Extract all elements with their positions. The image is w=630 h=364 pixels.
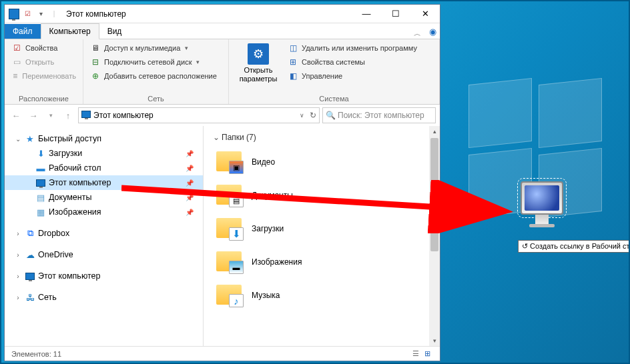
folder-icon: ▣ (216, 150, 245, 174)
group-label-network: Сеть (89, 93, 223, 103)
btn-addloc-label: Добавить сетевое расположение (104, 72, 217, 80)
cloud-icon: ☁ (25, 249, 35, 260)
qat-icon-thispc[interactable] (9, 9, 19, 19)
nav-up-button[interactable]: ↑ (61, 108, 75, 123)
folder-pictures[interactable]: ▬Изображения (213, 247, 430, 277)
btn-manage[interactable]: ◧Управление (286, 70, 418, 82)
view-large-icon[interactable]: ⊞ (422, 349, 433, 358)
scroll-down-icon[interactable]: ▾ (429, 335, 440, 346)
ribbon: ☑Свойства ▭Открыть ≡Переименовать Распол… (5, 39, 440, 105)
pin-icon: 📌 (186, 150, 198, 157)
manage-icon: ◧ (288, 71, 298, 81)
address-dropdown-icon[interactable]: ∨ (300, 112, 304, 119)
ribbon-collapse-icon[interactable]: ︿ (410, 29, 425, 39)
content-header-label: Папки (7) (222, 133, 256, 142)
sidebar-item-downloads[interactable]: ⬇Загрузки📌 (5, 146, 203, 161)
btn-add-location[interactable]: ⊕Добавить сетевое расположение (89, 70, 223, 82)
maximize-button[interactable]: ☐ (381, 5, 410, 23)
sidebar-item-desktop[interactable]: ▬Рабочий стол📌 (5, 161, 203, 175)
view-details-icon[interactable]: ☰ (410, 349, 422, 358)
nav-bar: ← → ▾ ↑ Этот компьютер ∨ ↻ 🔍 Поиск: Этот… (5, 105, 440, 126)
folder-downloads[interactable]: ⬇Загрузки (213, 214, 430, 243)
chevron-down-icon[interactable]: ⌄ (14, 135, 22, 143)
btn-sysprops-label: Свойства системы (302, 58, 365, 66)
sidebar-item-quick-access[interactable]: ⌄★Быстрый доступ (5, 131, 203, 146)
desktop-icon: ▬ (35, 163, 46, 173)
group-label-location: Расположение (10, 93, 77, 103)
sidebar-label: Рабочий стол (49, 163, 183, 173)
ribbon-group-location: ☑Свойства ▭Открыть ≡Переименовать Распол… (5, 39, 83, 104)
sidebar-item-onedrive[interactable]: ›☁OneDrive (5, 247, 203, 262)
nav-history-dropdown[interactable]: ▾ (43, 108, 58, 123)
folder-documents[interactable]: ▤Документы (213, 181, 430, 210)
gear-icon: ⚙ (248, 43, 269, 65)
ribbon-tabs: Файл Компьютер Вид ︿ ◉ (5, 23, 440, 39)
chevron-right-icon[interactable]: › (14, 273, 22, 280)
sidebar-item-network[interactable]: ›🖧Сеть (5, 290, 203, 305)
folder-icon: ⬇ (216, 217, 245, 241)
document-icon: ▤ (35, 192, 46, 203)
drag-tooltip: ↺ Создать ссылку в Рабочий стол (518, 240, 630, 253)
sidebar-item-pictures[interactable]: ▦Изображения📌 (5, 205, 203, 219)
sidebar-label: Этот компьютер (49, 178, 183, 187)
folder-grid: ▣Видео ▤Документы ⬇Загрузки ▬Изображения… (213, 147, 430, 310)
titlebar: ☑ ▾ | Этот компьютер — ☐ ✕ (5, 5, 440, 23)
drive-icon: ⊟ (90, 57, 101, 67)
sidebar-label: OneDrive (38, 250, 198, 259)
folder-label: Документы (252, 191, 293, 200)
picture-icon: ▦ (35, 207, 46, 217)
btn-media-label: Доступ к мультимедиа (104, 44, 180, 52)
btn-sysprops[interactable]: ⊞Свойства системы (286, 56, 418, 68)
scroll-up-icon[interactable]: ▴ (429, 126, 440, 137)
pin-icon: 📌 (186, 209, 198, 216)
chevron-down-icon: ▾ (185, 45, 188, 51)
sidebar-label: Dropbox (38, 229, 198, 238)
nav-forward-button[interactable]: → (26, 108, 41, 123)
sidebar-label: Этот компьютер (38, 271, 198, 281)
desktop-drag-target[interactable] (515, 181, 569, 227)
search-placeholder: Поиск: Этот компьютер (338, 111, 424, 120)
rename-icon: ≡ (11, 71, 19, 81)
folder-music[interactable]: ♪Музыка (213, 281, 430, 310)
scroll-thumb[interactable] (430, 138, 438, 251)
help-icon[interactable]: ◉ (425, 24, 440, 39)
btn-map-drive[interactable]: ⊟Подключить сетевой диск▾ (89, 56, 223, 68)
window-title: Этот компьютер (63, 9, 352, 19)
folder-label: Видео (252, 157, 275, 167)
tooltip-text: Создать ссылку в Рабочий стол (530, 242, 630, 250)
tab-view[interactable]: Вид (99, 24, 130, 39)
search-icon: 🔍 (326, 111, 336, 120)
scrollbar[interactable]: ▴ ▾ (429, 126, 440, 346)
btn-uninstall-label: Удалить или изменить программу (302, 44, 417, 52)
status-bar: Элементов: 11 ☰ ⊞ (5, 346, 440, 361)
btn-uninstall[interactable]: ◫Удалить или изменить программу (286, 42, 418, 54)
btn-properties[interactable]: ☑Свойства (10, 42, 77, 54)
chevron-right-icon[interactable]: › (14, 294, 22, 301)
sidebar-item-this-pc-2[interactable]: ›Этот компьютер (5, 269, 203, 283)
sidebar-item-documents[interactable]: ▤Документы📌 (5, 190, 203, 205)
folder-icon: ♪ (216, 283, 245, 307)
btn-open-settings[interactable]: ⚙ Открыть параметры (234, 42, 282, 84)
sidebar-item-this-pc[interactable]: Этот компьютер📌 (5, 175, 203, 190)
chevron-right-icon[interactable]: › (14, 230, 22, 237)
folder-video[interactable]: ▣Видео (213, 147, 430, 177)
tab-computer[interactable]: Компьютер (41, 23, 99, 39)
qat-icon-properties[interactable]: ☑ (22, 9, 33, 19)
minimize-button[interactable]: — (352, 5, 381, 23)
nav-back-button[interactable]: ← (9, 108, 23, 123)
btn-mapdrive-label: Подключить сетевой диск (104, 58, 192, 66)
refresh-icon[interactable]: ↻ (310, 111, 316, 120)
address-icon (81, 111, 91, 120)
status-text: Элементов: 11 (11, 350, 61, 358)
qat-dropdown-icon[interactable]: ▾ (35, 9, 46, 19)
address-bar[interactable]: Этот компьютер ∨ ↻ (78, 107, 320, 123)
btn-media-access[interactable]: 🖥Доступ к мультимедиа▾ (89, 42, 223, 54)
search-input[interactable]: 🔍 Поиск: Этот компьютер (322, 107, 436, 123)
tab-file[interactable]: Файл (5, 24, 41, 39)
close-button[interactable]: ✕ (410, 5, 440, 23)
chevron-right-icon[interactable]: › (14, 251, 22, 259)
sidebar-item-dropbox[interactable]: ›⧉Dropbox (5, 226, 203, 241)
sidebar-label: Загрузки (49, 149, 183, 158)
content-header[interactable]: ⌄Папки (7) (213, 133, 430, 142)
sidebar-label: Документы (49, 193, 183, 202)
